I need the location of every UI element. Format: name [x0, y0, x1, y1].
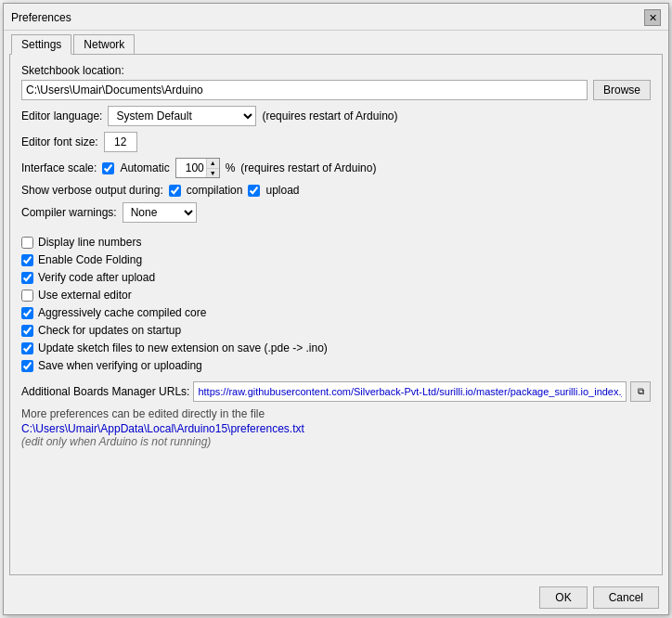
tab-settings[interactable]: Settings [11, 34, 71, 55]
checkboxes-section: Display line numbers Enable Code Folding… [21, 236, 651, 372]
boards-manager-label: Additional Boards Manager URLs: [21, 385, 189, 398]
more-prefs-text: More preferences can be edited directly … [21, 407, 651, 420]
update-sketch-files-checkbox[interactable] [21, 342, 33, 354]
use-external-editor-label: Use external editor [38, 289, 132, 302]
update-sketch-files-label: Update sketch files to new extension on … [38, 341, 328, 354]
tab-bar: Settings Network [4, 31, 668, 54]
spin-up-button[interactable]: ▲ [207, 159, 219, 169]
sketchbook-section: Sketchbook location: Browse [21, 64, 651, 100]
display-line-numbers-label: Display line numbers [38, 236, 141, 249]
checkbox-row-1: Enable Code Folding [21, 253, 651, 266]
sketchbook-input[interactable] [21, 80, 588, 100]
save-when-verifying-label: Save when verifying or uploading [38, 359, 202, 372]
enable-code-folding-label: Enable Code Folding [38, 253, 142, 266]
verbose-row: Show verbose output during: compilation … [21, 184, 651, 197]
cancel-button[interactable]: Cancel [593, 586, 659, 609]
aggressively-cache-label: Aggressively cache compiled core [38, 306, 206, 319]
checkbox-row-6: Update sketch files to new extension on … [21, 341, 651, 354]
editor-language-select[interactable]: System Default [108, 106, 256, 126]
spinner-arrows: ▲ ▼ [206, 159, 219, 177]
footer: OK Cancel [4, 581, 668, 614]
interface-scale-row: Interface scale: Automatic ▲ ▼ % (requir… [21, 158, 651, 178]
dialog-title: Preferences [11, 11, 71, 24]
tab-network[interactable]: Network [73, 34, 135, 54]
auto-label: Automatic [120, 161, 169, 174]
save-when-verifying-checkbox[interactable] [21, 360, 33, 372]
compiler-warnings-row: Compiler warnings: None Default More All [21, 202, 651, 223]
boards-manager-input[interactable] [193, 381, 627, 402]
editor-font-label: Editor font size: [21, 135, 98, 148]
settings-panel: Sketchbook location: Browse Editor langu… [9, 54, 663, 575]
checkbox-row-5: Check for updates on startup [21, 324, 651, 337]
checkbox-row-2: Verify code after upload [21, 271, 651, 284]
aggressively-cache-checkbox[interactable] [21, 307, 33, 319]
title-bar: Preferences ✕ [4, 4, 668, 31]
compiler-warnings-label: Compiler warnings: [21, 206, 117, 219]
use-external-editor-checkbox[interactable] [21, 290, 33, 302]
percent-symbol: % [226, 161, 236, 174]
browse-button[interactable]: Browse [593, 80, 651, 100]
checkbox-row-7: Save when verifying or uploading [21, 359, 651, 372]
compilation-checkbox[interactable] [169, 185, 181, 197]
scale-input[interactable] [176, 159, 206, 177]
enable-code-folding-checkbox[interactable] [21, 254, 33, 266]
url-copy-button[interactable]: ⧉ [630, 381, 651, 402]
boards-manager-row: Additional Boards Manager URLs: ⧉ [21, 381, 651, 402]
check-updates-label: Check for updates on startup [38, 324, 181, 337]
compiler-warnings-select[interactable]: None Default More All [123, 202, 197, 223]
editor-language-label: Editor language: [21, 109, 102, 122]
auto-checkbox[interactable] [102, 162, 114, 174]
prefs-file-link[interactable]: C:\Users\Umair\AppData\Local\Arduino15\p… [21, 422, 304, 435]
compilation-label: compilation [187, 184, 243, 197]
divider1 [21, 228, 651, 236]
scale-spinner: ▲ ▼ [175, 158, 220, 178]
editor-language-note: (requires restart of Arduino) [262, 109, 397, 122]
editor-font-input[interactable] [104, 132, 137, 152]
checkbox-row-4: Aggressively cache compiled core [21, 306, 651, 319]
editor-font-row: Editor font size: [21, 132, 651, 152]
upload-label: upload [265, 184, 299, 197]
verbose-label: Show verbose output during: [21, 184, 163, 197]
edit-note: (edit only when Arduino is not running) [21, 435, 651, 448]
check-updates-checkbox[interactable] [21, 325, 33, 337]
verify-code-label: Verify code after upload [38, 271, 155, 284]
interface-scale-note: (requires restart of Arduino) [240, 161, 376, 174]
sketchbook-row: Browse [21, 80, 651, 100]
checkbox-row-0: Display line numbers [21, 236, 651, 249]
ok-button[interactable]: OK [539, 586, 587, 609]
spin-down-button[interactable]: ▼ [207, 169, 219, 178]
interface-scale-label: Interface scale: [21, 161, 97, 174]
sketchbook-label: Sketchbook location: [21, 64, 651, 77]
upload-checkbox[interactable] [248, 185, 260, 197]
checkbox-row-3: Use external editor [21, 289, 651, 302]
more-prefs-section: More preferences can be edited directly … [21, 407, 651, 448]
close-button[interactable]: ✕ [644, 9, 661, 26]
editor-language-row: Editor language: System Default (require… [21, 106, 651, 126]
preferences-dialog: Preferences ✕ Settings Network Sketchboo… [3, 3, 669, 615]
verify-code-checkbox[interactable] [21, 272, 33, 284]
display-line-numbers-checkbox[interactable] [21, 237, 33, 249]
